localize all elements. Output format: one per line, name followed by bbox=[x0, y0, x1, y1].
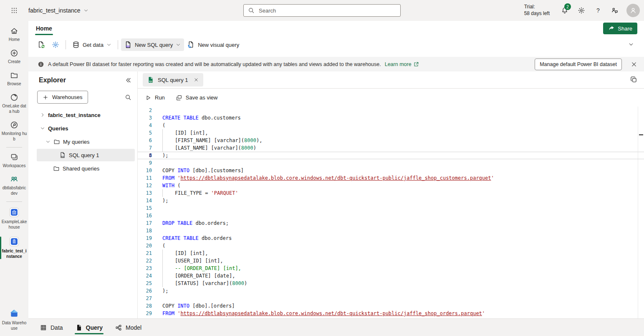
code-line-12[interactable]: 12WITH ( bbox=[138, 182, 644, 189]
get-data-button[interactable]: Get data bbox=[69, 38, 115, 51]
code-line-7[interactable]: 7 [LAST_NAME] [varchar](8000) bbox=[138, 144, 644, 152]
code-line-24[interactable]: 24 [ORDER_DATE] [date], bbox=[138, 272, 644, 280]
explorer-title: Explorer bbox=[39, 76, 66, 84]
view-tab-data[interactable]: Data bbox=[36, 319, 67, 336]
code-line-8[interactable]: 8); bbox=[138, 152, 644, 159]
code-line-27[interactable]: 27 bbox=[138, 295, 644, 302]
chevron-down-icon[interactable] bbox=[45, 139, 51, 144]
line-number: 12 bbox=[138, 182, 152, 189]
view-tab-model[interactable]: Model bbox=[111, 319, 146, 336]
code-line-10[interactable]: 10COPY INTO [dbo].[customers] bbox=[138, 167, 644, 174]
tree-item-sql-query-1[interactable]: SQLSQL query 1 bbox=[37, 149, 135, 161]
tab-home[interactable]: Home bbox=[35, 23, 53, 33]
code-line-29[interactable]: 29FROM 'https://dbtlabsynapsedatalake.bl… bbox=[138, 310, 644, 317]
line-number: 28 bbox=[138, 302, 152, 310]
info-icon bbox=[38, 61, 44, 68]
rail-item-dbtlabsfabricdev[interactable]: dbtlabsfabricdev bbox=[0, 172, 29, 199]
notifications-button[interactable]: 2 bbox=[556, 2, 573, 19]
code-line-6[interactable]: 6 [FIRST_NAME] [varchar](8000), bbox=[138, 137, 644, 144]
global-search[interactable] bbox=[243, 4, 401, 17]
top-bar: fabric_test_instance Trial: 58 days left… bbox=[0, 0, 644, 21]
workspace-switcher[interactable]: fabric_test_instance bbox=[28, 7, 88, 14]
people-icon bbox=[10, 175, 18, 183]
add-warehouses-button[interactable]: Warehouses bbox=[37, 91, 88, 104]
code-line-25[interactable]: 25 [STATUS] [varchar](8000) bbox=[138, 280, 644, 287]
close-tab-icon[interactable] bbox=[194, 77, 199, 82]
tree-item-label: My queries bbox=[63, 139, 90, 145]
account-avatar[interactable] bbox=[626, 4, 640, 17]
code-line-18[interactable]: 18 bbox=[138, 227, 644, 234]
tree-item-label: fabric_test_instance bbox=[48, 112, 101, 118]
new-report-button[interactable] bbox=[34, 38, 48, 51]
run-button[interactable]: Run bbox=[145, 94, 165, 101]
sql-file-icon: SQL bbox=[124, 41, 132, 48]
tree-item-queries[interactable]: Queries bbox=[37, 122, 135, 135]
banner-close-icon[interactable] bbox=[631, 61, 637, 68]
rail-item-examplelakehouse[interactable]: ExampleLakehouse bbox=[0, 204, 29, 233]
learn-more-link[interactable]: Learn more bbox=[385, 61, 419, 67]
code-line-28[interactable]: 28COPY INTO [dbo].[orders] bbox=[138, 302, 644, 310]
search-input[interactable] bbox=[258, 7, 396, 14]
collapse-panel-icon[interactable] bbox=[125, 77, 131, 84]
code-line-22[interactable]: 22 [USER_ID] [int], bbox=[138, 257, 644, 265]
tree-item-fabric-test-instance[interactable]: fabric_test_instance bbox=[37, 109, 135, 121]
rail-item-onelake-data-hub[interactable]: OneLake data hub bbox=[0, 90, 29, 117]
rail-item-create[interactable]: Create bbox=[0, 46, 29, 68]
code-line-13[interactable]: 13 FILE_TYPE = 'PARQUET' bbox=[138, 189, 644, 197]
chevron-down-icon bbox=[176, 42, 181, 47]
rail-item-fabric-test-instance[interactable]: fabric_test_instance bbox=[0, 233, 29, 262]
code-line-3[interactable]: 3CREATE TABLE dbo.customers bbox=[138, 114, 644, 122]
tree-item-my-queries[interactable]: My queries bbox=[37, 135, 135, 148]
line-number: 2 bbox=[138, 107, 152, 114]
feedback-button[interactable] bbox=[606, 2, 623, 19]
warehouse-settings-button[interactable] bbox=[48, 38, 63, 51]
code-line-20[interactable]: 20( bbox=[138, 242, 644, 249]
settings-button[interactable] bbox=[573, 2, 590, 19]
copy-icon[interactable] bbox=[630, 76, 637, 83]
code-line-4[interactable]: 4( bbox=[138, 122, 644, 129]
code-line-23[interactable]: 23 -- [ORDER_DATE] [int], bbox=[138, 265, 644, 272]
share-button[interactable]: Share bbox=[603, 23, 637, 34]
code-line-17[interactable]: 17DROP TABLE dbo.orders; bbox=[138, 219, 644, 227]
query-tab-sql-query-1[interactable]: SQL SQL query 1 bbox=[143, 73, 203, 87]
explorer-search-icon[interactable] bbox=[125, 94, 131, 101]
collapse-ribbon-button[interactable] bbox=[624, 39, 638, 51]
rail-item-monitoring-hub[interactable]: Monitoring hub bbox=[0, 117, 29, 145]
toolbar-divider bbox=[118, 40, 118, 49]
rail-item-home[interactable]: Home bbox=[0, 23, 29, 46]
feedback-icon bbox=[611, 7, 619, 14]
rail-item-label: OneLake data hub bbox=[1, 103, 27, 114]
app-launcher-button[interactable] bbox=[0, 7, 28, 14]
view-tab-query[interactable]: Query bbox=[71, 319, 107, 336]
tree-item-shared-queries[interactable]: Shared queries bbox=[37, 162, 135, 175]
rail-item-workspaces[interactable]: Workspaces bbox=[0, 150, 29, 172]
line-number: 3 bbox=[138, 114, 152, 122]
code-line-2[interactable]: 2 bbox=[138, 107, 644, 114]
rail-item-browse[interactable]: Browse bbox=[0, 68, 29, 90]
code-line-9[interactable]: 9 bbox=[138, 159, 644, 167]
code-line-11[interactable]: 11FROM 'https://dbtlabsynapsedatalake.bl… bbox=[138, 174, 644, 182]
code-line-14[interactable]: 14); bbox=[138, 197, 644, 204]
help-button[interactable]: ? bbox=[590, 2, 606, 19]
code-line-15[interactable]: 15 bbox=[138, 204, 644, 212]
code-line-16[interactable]: 16 bbox=[138, 212, 644, 219]
rail-item-data-warehouse[interactable]: Data Warehouse bbox=[0, 305, 29, 334]
code-line-26[interactable]: 26); bbox=[138, 287, 644, 295]
manage-dataset-button[interactable]: Manage default Power BI dataset bbox=[535, 59, 622, 70]
new-sql-query-button[interactable]: SQL New SQL query bbox=[121, 38, 184, 51]
database-icon bbox=[72, 41, 80, 48]
home-icon bbox=[10, 27, 18, 35]
data-warehouse-icon bbox=[9, 308, 19, 318]
line-number: 29 bbox=[138, 310, 152, 317]
rail-item-label: dbtlabsfabricdev bbox=[1, 185, 27, 196]
code-line-19[interactable]: 19CREATE TABLE dbo.orders bbox=[138, 234, 644, 242]
chevron-down-icon[interactable] bbox=[40, 126, 45, 131]
new-visual-query-button[interactable]: New visual query bbox=[184, 38, 242, 51]
rail-item-label: Home bbox=[9, 37, 20, 42]
code-line-5[interactable]: 5 [ID] [int], bbox=[138, 129, 644, 137]
person-icon bbox=[629, 7, 637, 14]
sql-code-editor[interactable]: 23CREATE TABLE dbo.customers4(5 [ID] [in… bbox=[138, 107, 644, 318]
code-line-21[interactable]: 21 [ID] [int], bbox=[138, 249, 644, 257]
save-as-view-button[interactable]: Save as view bbox=[176, 94, 218, 101]
chevron-right-icon[interactable] bbox=[40, 112, 45, 117]
